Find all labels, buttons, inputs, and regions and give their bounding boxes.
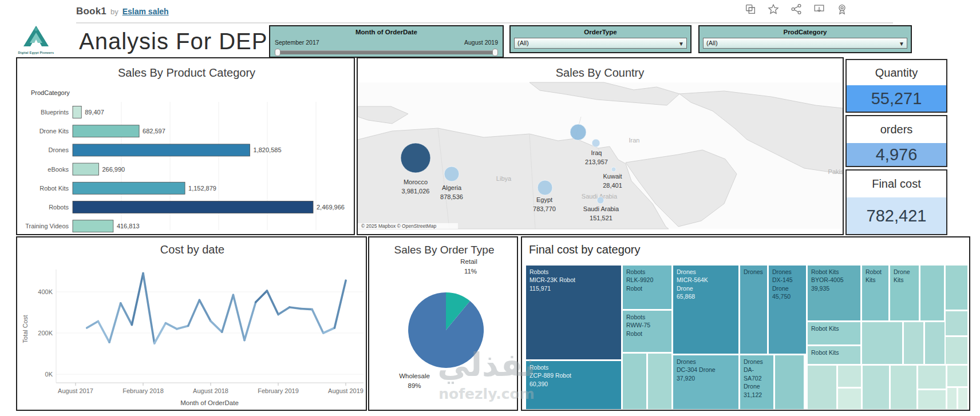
date-range-slider[interactable] [275,49,498,56]
treemap-cell-unlabeled[interactable] [946,337,967,364]
treemap-cell[interactable]: DronesDC-304 Drone37,920 [673,355,738,409]
bar-mark[interactable] [73,220,113,232]
line-segment[interactable] [312,310,323,333]
map-bubble[interactable] [597,197,604,204]
treemap-cell-unlabeled[interactable] [775,355,804,409]
line-segment[interactable] [211,321,222,332]
treemap-cell[interactable]: RobotKits [862,266,888,320]
treemap-cell-unlabeled[interactable] [946,266,967,310]
treemap-cell-unlabeled[interactable] [904,322,923,364]
map-bubble-value: 151,521 [590,215,612,221]
slider-track[interactable] [275,50,498,54]
kpi-final-cost-value: 782,421 [847,197,946,234]
line-segment[interactable] [87,321,98,328]
treemap-cell[interactable]: DroneKits [890,266,919,320]
map-bubble[interactable] [401,143,430,173]
map-bubble[interactable] [611,167,616,172]
map-bubble[interactable] [444,167,459,181]
treemap-cell[interactable]: DronesDA-SA702Drone31,122 [740,355,773,409]
treemap-cell[interactable]: RobotsMICR-23K Robot115,971 [526,266,621,359]
slider-handle-end[interactable] [492,49,498,56]
line-segment[interactable] [290,307,301,309]
bar-mark[interactable] [73,163,98,175]
pie-chart: Sales By Order TypeRetail11%Wholesale89% [369,237,517,410]
line-segment[interactable] [334,280,346,328]
map-bubble[interactable] [538,180,552,195]
map-attribution: © 2025 Mapbox © OpenStreetMap [361,223,436,229]
treemap-cell-unlabeled[interactable] [648,354,671,409]
treemap-cell-unlabeled[interactable] [838,366,861,387]
treemap-cell-line: Robots [529,363,618,371]
badge-icon[interactable] [836,3,848,15]
treemap-cell-unlabeled[interactable] [920,266,944,320]
line-segment[interactable] [267,291,278,314]
bar-mark[interactable] [73,182,185,194]
treemap-cell-unlabeled[interactable] [918,366,946,389]
line-segment[interactable] [188,300,200,326]
treemap-cell-unlabeled[interactable] [838,389,861,409]
treemap-cell-unlabeled[interactable] [947,388,957,409]
line-segment[interactable] [199,300,211,321]
map-bubble[interactable] [592,139,600,147]
treemap-cell[interactable]: DronesMICR-564KDrone65,868 [673,266,738,354]
share-icon[interactable] [790,3,803,15]
line-segment[interactable] [256,291,267,302]
treemap-cell[interactable]: RobotsRWW-75Robot [623,311,671,352]
treemap-cell-unlabeled[interactable] [863,366,889,409]
treemap-cell-unlabeled[interactable] [918,390,946,409]
treemap-cell[interactable]: Robot KitsBYOR-400539,935 [808,266,860,320]
line-segment[interactable] [244,302,256,340]
line-segment[interactable] [222,295,234,332]
line-segment[interactable] [121,303,132,325]
bar-mark[interactable] [73,201,313,213]
author-link[interactable]: Eslam saleh [122,7,169,16]
filter-date-title: Month of OrderDate [270,26,503,35]
line-segment[interactable] [109,303,121,342]
treemap-cell-unlabeled[interactable] [623,354,646,409]
duplicate-icon[interactable] [744,3,757,15]
line-segment[interactable] [177,326,188,328]
line-segment[interactable] [301,309,312,310]
treemap-cell[interactable]: Robot Kits [808,346,860,364]
chevron-down-icon[interactable]: ▼ [678,39,684,49]
treemap-cell-line: Drone [677,284,735,292]
bar-chart-title: Sales By Product Category [118,66,255,79]
map-bubble[interactable] [570,124,586,140]
line-segment[interactable] [278,307,290,315]
bar-axis-header: ProdCategory [31,89,70,96]
favorite-star-icon[interactable] [767,3,780,15]
treemap-cell-unlabeled[interactable] [958,388,967,409]
line-segment[interactable] [233,295,244,340]
treemap-cell-unlabeled[interactable] [925,322,945,364]
line-segment[interactable] [98,321,109,342]
treemap-cell-line: ZCP-889 Robot [529,371,618,379]
line-segment[interactable] [132,274,143,325]
header: Book1 by Eslam saleh [76,3,169,19]
ordertype-dropdown[interactable]: (All) ▼ [514,38,687,49]
treemap-cell-line: BYOR-4005 [811,276,857,284]
prodcategory-dropdown[interactable]: (All) ▼ [703,38,907,49]
treemap-cell[interactable]: RobotsZCP-889 Robot60,390 [526,361,621,409]
treemap-cell-unlabeled[interactable] [891,366,916,409]
bar-mark[interactable] [73,106,81,118]
treemap-title: Final cost by category [529,243,641,256]
workbook-title: Book1 [76,6,106,17]
line-chart-title: Cost by date [160,243,224,256]
slider-handle-start[interactable] [275,49,280,56]
logo-caption: Digital Egypt Pioneers [17,51,55,54]
treemap-cell-unlabeled[interactable] [862,322,902,364]
treemap-cell[interactable]: RobotsRLK-9920Robot [623,266,671,309]
line-segment[interactable] [165,323,177,329]
bar-mark[interactable] [73,144,250,156]
treemap-cell[interactable]: Drones [740,266,767,354]
treemap-cell-unlabeled[interactable] [808,366,836,409]
toolbar-icons [744,3,848,15]
treemap-cell[interactable]: DronesDX-145Drone45,750 [769,266,806,354]
treemap-cell-unlabeled[interactable] [947,366,967,386]
bar-mark[interactable] [73,125,139,137]
treemap-cell[interactable]: Robot Kits [808,322,860,344]
download-icon[interactable] [813,3,825,15]
treemap-cell-unlabeled[interactable] [946,311,967,335]
chevron-down-icon[interactable]: ▼ [899,39,904,49]
line-segment[interactable] [323,328,335,333]
